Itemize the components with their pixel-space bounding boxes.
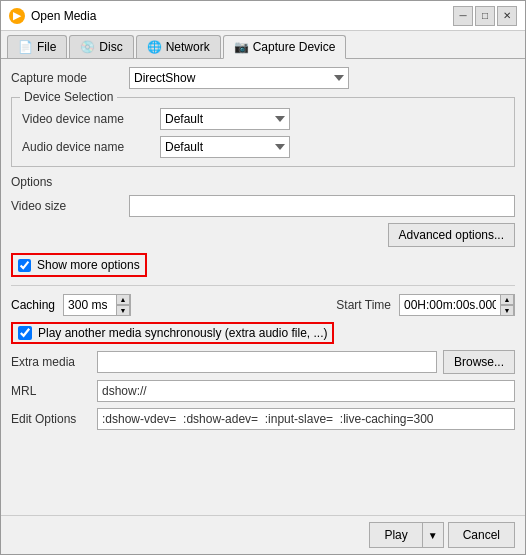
extra-media-input[interactable]: [97, 351, 437, 373]
options-section-label: Options: [11, 175, 515, 189]
video-device-row: Video device name Default: [22, 108, 504, 130]
maximize-button[interactable]: □: [475, 6, 495, 26]
extra-media-label: Extra media: [11, 355, 91, 369]
tab-file[interactable]: 📄 File: [7, 35, 67, 58]
tab-disc[interactable]: 💿 Disc: [69, 35, 133, 58]
close-button[interactable]: ✕: [497, 6, 517, 26]
caching-spinner: ▲ ▼: [63, 294, 131, 316]
network-icon: 🌐: [147, 40, 162, 54]
disc-icon: 💿: [80, 40, 95, 54]
tab-network[interactable]: 🌐 Network: [136, 35, 221, 58]
title-bar: ▶ Open Media ─ □ ✕: [1, 1, 525, 31]
show-more-checkbox[interactable]: [18, 259, 31, 272]
options-section: Options Video size: [11, 175, 515, 217]
minimize-button[interactable]: ─: [453, 6, 473, 26]
video-device-select[interactable]: Default: [160, 108, 290, 130]
start-time-spinner: ▲ ▼: [399, 294, 515, 316]
start-time-value[interactable]: [400, 295, 500, 315]
show-more-label: Show more options: [37, 258, 140, 272]
video-size-label: Video size: [11, 199, 121, 213]
audio-device-row: Audio device name Default: [22, 136, 504, 158]
mrl-input[interactable]: [97, 380, 515, 402]
title-bar-left: ▶ Open Media: [9, 8, 96, 24]
play-sync-checkbox[interactable]: [18, 326, 32, 340]
tabs-bar: 📄 File 💿 Disc 🌐 Network 📷 Capture Device: [1, 31, 525, 59]
play-sync-label: Play another media synchronously (extra …: [38, 326, 327, 340]
cancel-button[interactable]: Cancel: [448, 522, 515, 548]
edit-options-input[interactable]: [97, 408, 515, 430]
tab-file-label: File: [37, 40, 56, 54]
mrl-label: MRL: [11, 384, 91, 398]
device-selection-group: Device Selection Video device name Defau…: [11, 97, 515, 167]
play-sync-row: Play another media synchronously (extra …: [11, 322, 334, 344]
caching-spinner-buttons: ▲ ▼: [116, 294, 130, 316]
advanced-options-button[interactable]: Advanced options...: [388, 223, 515, 247]
advanced-options-row: Advanced options...: [11, 223, 515, 247]
video-size-input[interactable]: [129, 195, 515, 217]
capture-mode-label: Capture mode: [11, 71, 121, 85]
window-title: Open Media: [31, 9, 96, 23]
caching-decrement-button[interactable]: ▼: [116, 305, 130, 316]
caching-increment-button[interactable]: ▲: [116, 294, 130, 305]
play-button[interactable]: Play: [369, 522, 421, 548]
browse-button[interactable]: Browse...: [443, 350, 515, 374]
caching-row: Caching ▲ ▼ Start Time ▲ ▼: [11, 294, 515, 316]
title-buttons: ─ □ ✕: [453, 6, 517, 26]
play-button-group: Play ▼: [369, 522, 443, 548]
start-time-decrement-button[interactable]: ▼: [500, 305, 514, 316]
tab-capture[interactable]: 📷 Capture Device: [223, 35, 347, 59]
separator: [11, 285, 515, 286]
vlc-icon: ▶: [9, 8, 25, 24]
caching-label: Caching: [11, 298, 55, 312]
device-selection-title: Device Selection: [20, 90, 117, 104]
main-content: Capture mode DirectShow Device Selection…: [1, 59, 525, 515]
bottom-bar: Play ▼ Cancel: [1, 515, 525, 554]
mrl-row: MRL: [11, 380, 515, 402]
audio-device-label: Audio device name: [22, 140, 152, 154]
video-size-row: Video size: [11, 195, 515, 217]
tab-network-label: Network: [166, 40, 210, 54]
file-icon: 📄: [18, 40, 33, 54]
open-media-window: ▶ Open Media ─ □ ✕ 📄 File 💿 Disc 🌐 Netwo…: [0, 0, 526, 555]
audio-device-select[interactable]: Default: [160, 136, 290, 158]
capture-icon: 📷: [234, 40, 249, 54]
play-dropdown-button[interactable]: ▼: [422, 522, 444, 548]
edit-options-label: Edit Options: [11, 412, 91, 426]
extra-media-row: Extra media Browse...: [11, 350, 515, 374]
edit-options-row: Edit Options: [11, 408, 515, 430]
caching-value[interactable]: [64, 295, 116, 315]
tab-capture-label: Capture Device: [253, 40, 336, 54]
capture-mode-select[interactable]: DirectShow: [129, 67, 349, 89]
start-time-spinner-buttons: ▲ ▼: [500, 294, 514, 316]
tab-disc-label: Disc: [99, 40, 122, 54]
video-device-label: Video device name: [22, 112, 152, 126]
capture-mode-row: Capture mode DirectShow: [11, 67, 515, 89]
start-time-increment-button[interactable]: ▲: [500, 294, 514, 305]
device-selection-content: Video device name Default Audio device n…: [22, 108, 504, 158]
start-time-label: Start Time: [336, 298, 391, 312]
show-more-options-row: Show more options: [11, 253, 147, 277]
